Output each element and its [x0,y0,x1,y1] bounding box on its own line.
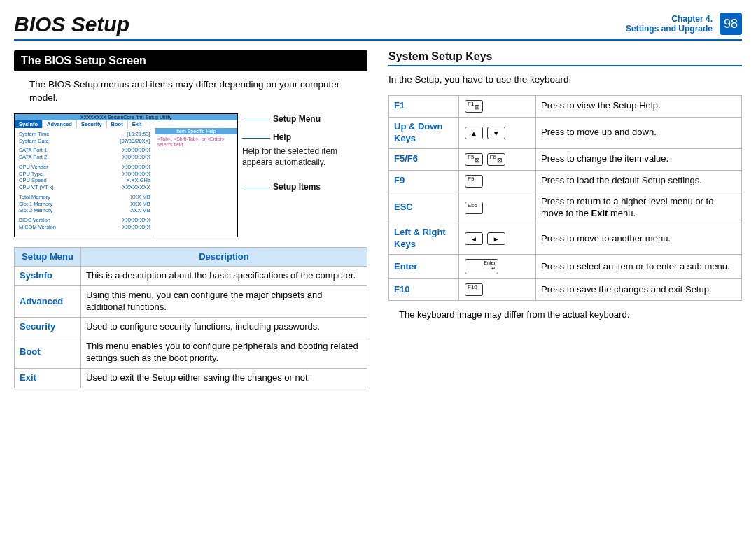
table-header-row: Setup Menu Description [15,247,368,267]
key-desc: Press to load the default Setup settings… [536,170,742,192]
bios-help-panel: Item Specific Help <Tab>, <Shift-Tab>, o… [155,128,237,237]
table-row: F1 F1⊞ Press to view the Setup Help. [389,95,742,117]
table-row: AdvancedUsing this menu, you can configu… [15,286,368,318]
table-row: Left & Right Keys ◄ ► Press to move to a… [389,223,742,255]
callout-help: Help [273,132,291,142]
bios-tab-security: Security [77,120,107,128]
page-header: BIOS Setup Chapter 4. Settings and Upgra… [14,13,742,41]
table-row: ESC Esc Press to return to a higher leve… [389,192,742,223]
key-desc: Press to save the changes and exit Setup… [536,279,742,301]
key-label-f5f6: F5/F6 [389,148,459,170]
bios-menu-tabs: SysInfo Advanced Security Boot Exit [15,120,237,128]
intro-text: The BIOS Setup menus and items may diffe… [14,78,368,105]
keycap-esc: Esc [465,202,483,214]
content-columns: The BIOS Setup Screen The BIOS Setup men… [14,50,742,388]
key-label-leftright: Left & Right Keys [389,223,459,255]
key-desc: Press to view the Setup Help. [536,95,742,117]
key-icon-cell: ◄ ► [459,223,536,255]
key-label-f9: F9 [389,170,459,192]
table-row: SecurityUsed to configure security funct… [15,318,368,337]
key-icon-cell: F10 [459,279,536,301]
th-description: Description [81,247,368,267]
bios-tab-sysinfo: SysInfo [15,120,43,128]
key-label-esc: ESC [389,192,459,223]
keycap-left: ◄ [465,232,483,245]
key-desc: Press to select an item or to enter a su… [536,255,742,279]
keycap-f10: F10 [465,283,483,296]
key-icon-cell: ▲ ▼ [459,117,536,148]
callouts: Setup Menu Help Help for the selected it… [242,113,368,237]
bios-help-title: Item Specific Help [155,128,237,134]
keycap-enter: Enter↵ [465,259,498,274]
section-bar-bios-setup: The BIOS Setup Screen [14,50,368,71]
th-setup-menu: Setup Menu [15,247,81,267]
table-row: F5/F6 F5⊠ F6⊠ Press to change the item v… [389,148,742,170]
page-number: 98 [720,13,742,35]
table-row: BootThis menu enables you to configure p… [15,337,368,368]
callout-help-desc: Help for the selected item appears autom… [242,146,368,168]
key-label-enter: Enter [389,255,459,279]
table-row: F9 F9 Press to load the default Setup se… [389,170,742,192]
right-column: System Setup Keys In the Setup, you have… [388,50,742,388]
table-row: ExitUsed to exit the Setup either saving… [15,368,368,388]
table-row: SysInfoThis is a description about the b… [15,267,368,286]
key-label-f1: F1 [389,95,459,117]
keycap-f9: F9 [465,175,483,188]
key-desc: Press to move to another menu. [536,223,742,255]
key-icon-cell: F1⊞ [459,95,536,117]
table-row: Up & Down Keys ▲ ▼ Press to move up and … [389,117,742,148]
chapter-block: Chapter 4. Settings and Upgrade 98 [626,13,742,35]
bios-tab-exit: Exit [128,120,147,128]
keys-table: F1 F1⊞ Press to view the Setup Help. Up … [388,95,742,301]
callout-setup-menu: Setup Menu [273,114,321,124]
keycap-f6: F6⊠ [487,153,505,166]
bios-help-body: <Tab>, <Shift-Tab>, or <Enter> selects f… [155,134,237,150]
left-column: The BIOS Setup Screen The BIOS Setup men… [14,50,368,388]
key-desc: Press to move up and down. [536,117,742,148]
table-row: F10 F10 Press to save the changes and ex… [389,279,742,301]
key-icon-cell: F5⊠ F6⊠ [459,148,536,170]
keys-intro: In the Setup, you have to use the keyboa… [388,73,742,87]
keycap-down: ▼ [487,127,505,139]
keycap-f1: F1⊞ [465,100,483,113]
key-desc: Press to change the item value. [536,148,742,170]
bios-utility-title: XXXXXXXX SecureCore (tm) Setup Utility [15,114,237,120]
setup-menu-table: Setup Menu Description SysInfoThis is a … [14,247,368,388]
bios-items-panel: System Time[10:21:53] System Date[07/30/… [15,128,155,237]
chapter-text: Chapter 4. Settings and Upgrade [626,14,713,34]
key-icon-cell: Enter↵ [459,255,536,279]
table-row: Enter Enter↵ Press to select an item or … [389,255,742,279]
key-label-f10: F10 [389,279,459,301]
key-icon-cell: F9 [459,170,536,192]
bios-body: System Time[10:21:53] System Date[07/30/… [15,128,237,237]
bios-visual-row: XXXXXXXX SecureCore (tm) Setup Utility S… [14,113,368,237]
bios-screenshot: XXXXXXXX SecureCore (tm) Setup Utility S… [14,113,238,237]
keycap-f5: F5⊠ [465,153,483,166]
callout-setup-items: Setup Items [273,182,321,192]
bios-tab-boot: Boot [107,120,128,128]
keycap-up: ▲ [465,127,483,139]
key-label-updown: Up & Down Keys [389,117,459,148]
key-desc: Press to return to a higher level menu o… [536,192,742,223]
section-title-keys: System Setup Keys [388,50,742,66]
keys-note: The keyboard image may differ from the a… [388,309,742,320]
page-title: BIOS Setup [14,13,130,36]
keycap-right: ► [487,232,505,245]
key-icon-cell: Esc [459,192,536,223]
bios-tab-advanced: Advanced [43,120,77,128]
